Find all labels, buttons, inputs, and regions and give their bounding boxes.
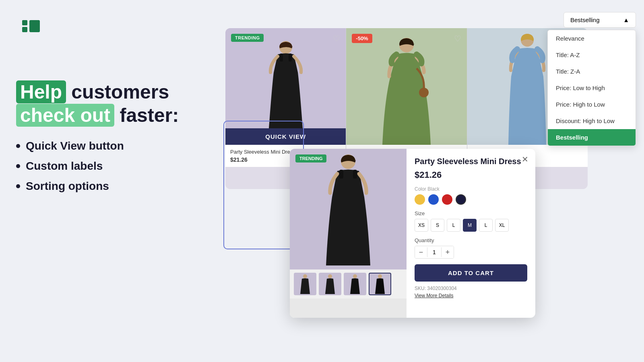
quantity-control: − 1 +: [415, 246, 454, 259]
sort-option-title-za[interactable]: Title: Z-A: [548, 63, 636, 80]
swatch-darkblue[interactable]: [456, 194, 466, 205]
size-label: Size: [415, 210, 527, 216]
feature-item-1: Quick View button: [16, 140, 217, 152]
wishlist-btn-1[interactable]: ♡: [333, 34, 340, 43]
view-more-link[interactable]: View More Details: [415, 293, 527, 298]
modal-dress-svg: [322, 153, 374, 265]
logo: [22, 20, 40, 32]
headline-customers-text: customers: [71, 81, 169, 103]
size-m[interactable]: M: [463, 219, 477, 232]
modal-details-section: Party Sleeveless Mini Dress $21.26 Color…: [407, 149, 535, 318]
size-s[interactable]: S: [431, 219, 444, 232]
logo-square-1: [22, 20, 27, 25]
color-swatches: [415, 194, 527, 205]
sort-option-price-low[interactable]: Price: Low to High: [548, 80, 636, 96]
sort-option-price-high[interactable]: Price: High to Low: [548, 96, 636, 113]
sort-trigger[interactable]: Bestselling ▲: [564, 12, 636, 28]
size-xl[interactable]: XL: [495, 219, 509, 232]
quantity-increase-btn[interactable]: +: [442, 246, 454, 258]
modal-thumb-3[interactable]: [344, 273, 366, 295]
feature-label-3: Sorting options: [26, 180, 109, 193]
dress-figure-3: [505, 32, 549, 145]
modal-thumb-2[interactable]: [319, 273, 341, 295]
modal-product-name: Party Sleeveless Mini Dress: [415, 156, 527, 167]
sort-option-relevance[interactable]: Relevance: [548, 30, 636, 47]
size-l[interactable]: L: [447, 219, 460, 232]
badge-trending-1: TRENDING: [231, 34, 264, 42]
quantity-value: 1: [427, 247, 442, 257]
svg-point-14: [378, 274, 382, 278]
sort-label: Bestselling: [570, 16, 600, 23]
features-list: Quick View button Custom labels Sorting …: [16, 140, 217, 193]
size-xs[interactable]: XS: [415, 219, 428, 232]
size-options: XS S L M L XL: [415, 219, 527, 232]
headline-faster-text: faster:: [120, 105, 179, 126]
logo-rect: [29, 20, 40, 32]
sort-dropdown[interactable]: Bestselling ▲ Relevance Title: A-Z Title…: [564, 12, 636, 28]
color-hint: Black: [427, 186, 439, 192]
bullet-2: [16, 164, 20, 168]
quantity-decrease-btn[interactable]: −: [415, 246, 427, 258]
swatch-yellow[interactable]: [415, 194, 425, 205]
modal-thumb-1[interactable]: [294, 273, 316, 295]
modal-main-image: [290, 149, 407, 269]
headline-highlight-checkout: check out: [16, 104, 114, 127]
sku-text: SKU: 34020300304: [415, 286, 527, 291]
modal-thumbnails: [290, 269, 407, 298]
feature-item-3: Sorting options: [16, 180, 217, 193]
badge-discount-2: -50%: [352, 34, 372, 43]
feature-label-2: Custom labels: [26, 160, 103, 173]
svg-rect-1: [280, 53, 283, 62]
size-l2[interactable]: L: [479, 219, 493, 232]
quantity-label: Quantity: [415, 237, 527, 243]
wishlist-btn-2[interactable]: ♡: [454, 34, 461, 43]
modal-close-btn[interactable]: ✕: [519, 154, 530, 165]
bullet-1: [16, 144, 20, 148]
quick-view-modal: ✕ TRENDING: [290, 149, 535, 318]
modal-price: $21.26: [415, 170, 527, 180]
sort-option-bestselling[interactable]: Bestselling: [548, 129, 636, 146]
modal-image-section: TRENDING: [290, 149, 407, 318]
add-to-cart-button[interactable]: ADD TO CART: [415, 264, 527, 282]
swatch-blue[interactable]: [428, 194, 439, 205]
logo-square-2: [22, 27, 27, 32]
swatch-red[interactable]: [442, 194, 452, 205]
modal-badge: TRENDING: [295, 154, 326, 162]
svg-point-6: [419, 88, 429, 97]
feature-item-2: Custom labels: [16, 160, 217, 173]
svg-rect-10: [353, 170, 357, 179]
dress-figure-2: [380, 36, 433, 145]
sku-value: 34020300304: [427, 286, 456, 291]
headline: Help customers check out faster:: [16, 80, 217, 127]
sort-option-title-az[interactable]: Title: A-Z: [548, 47, 636, 63]
sort-option-discount[interactable]: Discount: High to Low: [548, 113, 636, 129]
quantity-row: − 1 +: [415, 246, 527, 259]
svg-point-12: [328, 274, 332, 278]
product-card-2-image: -50% ♡: [346, 28, 466, 145]
sort-menu: Relevance Title: A-Z Title: Z-A Price: L…: [547, 30, 636, 146]
svg-point-11: [303, 274, 307, 278]
feature-label-1: Quick View button: [26, 140, 124, 152]
headline-highlight-help: Help: [16, 80, 66, 103]
color-label: Color Black: [415, 186, 527, 192]
svg-rect-9: [339, 170, 343, 179]
svg-rect-2: [289, 53, 292, 62]
modal-thumb-4[interactable]: [369, 273, 391, 295]
bullet-3: [16, 184, 20, 188]
left-panel: Help customers check out faster: Quick V…: [16, 80, 217, 193]
chevron-up-icon: ▲: [623, 16, 629, 23]
svg-point-13: [353, 274, 357, 278]
